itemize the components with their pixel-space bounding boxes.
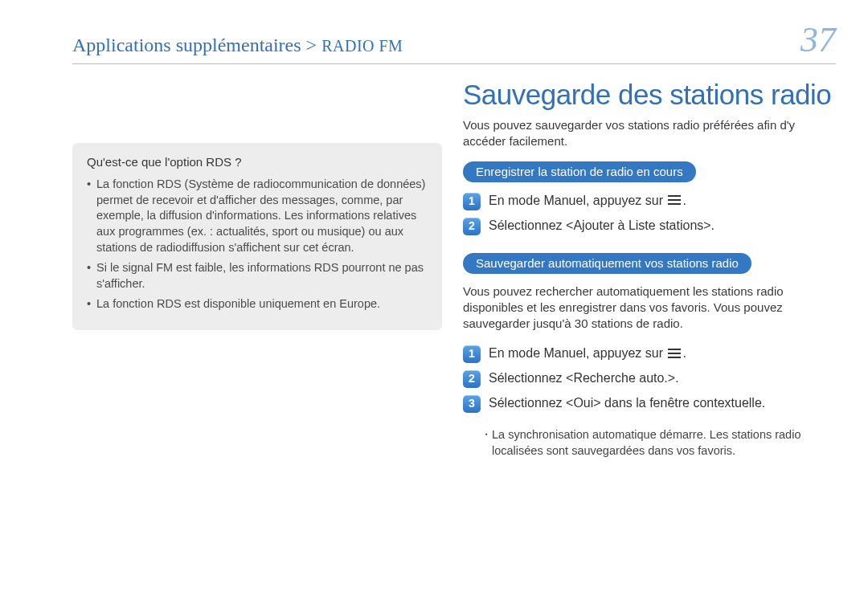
step-number-badge: 2 [463, 370, 481, 388]
info-bullet: La fonction RDS (Système de radiocommuni… [87, 177, 428, 255]
step-number-badge: 2 [463, 218, 481, 235]
step-number-badge: 3 [463, 395, 481, 413]
rds-info-box: Qu'est-ce que l'option RDS ? La fonction… [72, 143, 442, 330]
steps-section2: 1 En mode Manuel, appuyez sur . 2 Sélect… [463, 345, 836, 413]
info-box-list: La fonction RDS (Système de radiocommuni… [87, 177, 428, 312]
step-text-post: . [682, 346, 686, 360]
breadcrumb-section: RADIO FM [321, 37, 403, 55]
page-title: Sauvegarde des stations radio [463, 79, 836, 111]
step-text: Sélectionnez <Oui> dans la fenêtre conte… [489, 394, 765, 412]
step-item: 3 Sélectionnez <Oui> dans la fenêtre con… [463, 394, 836, 413]
svg-rect-3 [668, 349, 681, 350]
info-bullet: Si le signal FM est faible, les informat… [87, 260, 428, 292]
info-bullet: La fonction RDS est disponible uniquemen… [87, 296, 428, 312]
section2-intro: Vous pouvez rechercher automatiquement l… [463, 284, 836, 333]
breadcrumb: Applications supplémentaires > RADIO FM [72, 35, 403, 56]
step-text-pre: En mode Manuel, appuyez sur [489, 194, 666, 207]
svg-rect-2 [668, 203, 681, 205]
menu-icon [668, 192, 681, 210]
step-item: 2 Sélectionnez <Ajouter à Liste stations… [463, 217, 836, 235]
svg-rect-1 [668, 199, 681, 201]
step-text-post: . [682, 194, 686, 207]
step-text: Sélectionnez <Ajouter à Liste stations>. [489, 217, 714, 235]
step-text: Sélectionnez <Recherche auto.>. [489, 369, 679, 387]
step-note: La synchronisation automatique démarre. … [463, 427, 836, 459]
step-text-pre: En mode Manuel, appuyez sur [489, 346, 666, 360]
page-number: 37 [800, 19, 836, 60]
step-item: 1 En mode Manuel, appuyez sur . [463, 192, 836, 210]
manual-page: Applications supplémentaires > RADIO FM … [0, 0, 868, 483]
step-item: 1 En mode Manuel, appuyez sur . [463, 345, 836, 363]
right-column: Sauvegarde des stations radio Vous pouve… [463, 79, 836, 459]
breadcrumb-parent: Applications supplémentaires [72, 35, 301, 55]
step-text: En mode Manuel, appuyez sur . [489, 345, 686, 363]
svg-rect-0 [668, 195, 681, 197]
svg-rect-5 [668, 357, 681, 358]
step-item: 2 Sélectionnez <Recherche auto.>. [463, 369, 836, 388]
section-pill-record-current: Enregistrer la station de radio en cours [463, 161, 696, 182]
breadcrumb-separator: > [301, 35, 322, 55]
content-columns: Qu'est-ce que l'option RDS ? La fonction… [72, 79, 836, 459]
steps-section1: 1 En mode Manuel, appuyez sur . 2 Sélect… [463, 192, 836, 235]
page-header: Applications supplémentaires > RADIO FM … [72, 19, 836, 60]
intro-text: Vous pouvez sauvegarder vos stations rad… [463, 117, 836, 150]
step-number-badge: 1 [463, 193, 481, 210]
left-column: Qu'est-ce que l'option RDS ? La fonction… [72, 79, 442, 459]
step-number-badge: 1 [463, 345, 481, 363]
section-pill-auto-save: Sauvegarder automatiquement vos stations… [463, 253, 751, 274]
menu-icon [668, 345, 681, 363]
svg-rect-4 [668, 353, 681, 354]
info-box-title: Qu'est-ce que l'option RDS ? [87, 154, 428, 170]
header-divider [72, 63, 836, 64]
step-text: En mode Manuel, appuyez sur . [489, 192, 686, 210]
